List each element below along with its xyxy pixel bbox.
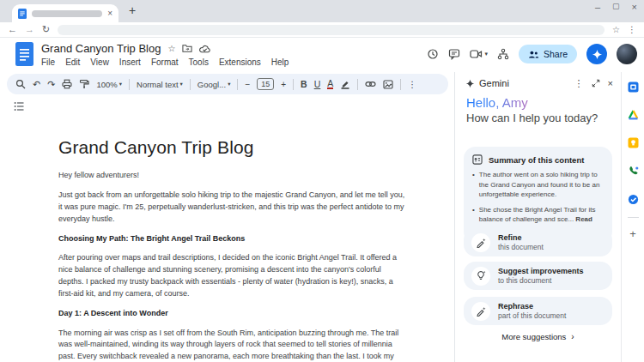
- undo-icon[interactable]: ↶: [33, 79, 40, 90]
- expand-panel-icon[interactable]: [592, 79, 600, 87]
- browser-tab-strip: × + – ▢ ×: [0, 0, 644, 22]
- more-suggestions-link[interactable]: More suggestions ›: [464, 332, 612, 341]
- chevron-down-icon: ▾: [119, 81, 122, 87]
- menu-tools[interactable]: Tools: [189, 57, 209, 67]
- pen-spark-icon: [471, 302, 490, 321]
- url-field[interactable]: [58, 25, 605, 35]
- gemini-greeting: Hello, Amy: [466, 95, 528, 110]
- font-size-decrease[interactable]: −: [245, 80, 250, 89]
- new-tab-button[interactable]: +: [129, 3, 136, 17]
- font-size-field[interactable]: 15: [257, 78, 274, 90]
- comments-icon[interactable]: [448, 48, 460, 60]
- move-folder-icon[interactable]: [182, 44, 192, 53]
- side-panel-rail: +: [621, 72, 644, 362]
- action-subtitle: this document: [498, 243, 544, 252]
- docs-logo[interactable]: [14, 40, 35, 69]
- menu-help[interactable]: Help: [271, 57, 289, 67]
- window-maximize-button[interactable]: ▢: [612, 2, 620, 12]
- doc-paragraph: The morning air was crisp as I set off f…: [58, 328, 405, 362]
- summarize-icon: [472, 154, 483, 165]
- keep-icon[interactable]: [628, 137, 639, 148]
- toolbar-divider: [357, 79, 358, 90]
- doc-paragraph: Hey fellow adventurers!: [58, 170, 405, 182]
- tasks-icon[interactable]: [628, 194, 639, 205]
- underline-button[interactable]: U: [314, 79, 321, 89]
- document-page[interactable]: Grand Canyon Trip Blog Hey fellow advent…: [58, 137, 405, 362]
- star-document-icon[interactable]: ☆: [167, 44, 175, 53]
- insert-link-icon[interactable]: [365, 80, 376, 88]
- menu-file[interactable]: File: [41, 57, 55, 67]
- print-icon[interactable]: [62, 79, 72, 89]
- tab-close-icon[interactable]: ×: [107, 9, 112, 18]
- search-icon[interactable]: [15, 79, 26, 89]
- rephrase-action-card[interactable]: Rephrase part of this document: [464, 297, 612, 325]
- calendar-icon[interactable]: [628, 81, 639, 93]
- menu-format[interactable]: Format: [151, 57, 179, 67]
- window-close-button[interactable]: ×: [632, 2, 637, 12]
- doc-subheading: Choosing My Path: The Bright Angel Trail…: [58, 233, 405, 245]
- zoom-select[interactable]: 100%▾: [96, 80, 122, 89]
- font-size-increase[interactable]: +: [281, 80, 286, 89]
- highlight-color-icon[interactable]: [340, 79, 350, 89]
- menu-extensions[interactable]: Extensions: [219, 57, 261, 67]
- summary-card-title: Summary of this content: [489, 155, 584, 165]
- pen-spark-icon: [471, 233, 490, 252]
- drive-icon[interactable]: [628, 110, 639, 120]
- browser-tab[interactable]: ×: [12, 4, 118, 22]
- gemini-spark-button[interactable]: [586, 44, 607, 64]
- text-color-button[interactable]: A: [327, 79, 333, 90]
- docs-header: Grand Canyon Trip Blog ☆ File Edit View …: [0, 38, 644, 72]
- reload-icon[interactable]: ↻: [42, 25, 50, 34]
- document-title[interactable]: Grand Canyon Trip Blog: [41, 42, 161, 55]
- document-outline-icon[interactable]: [14, 101, 24, 112]
- back-icon[interactable]: ←: [8, 25, 17, 34]
- gemini-panel: Gemini ⋮ × Hello, Amy How can I help you…: [454, 72, 621, 362]
- share-people-icon: [528, 50, 539, 59]
- menu-bar: File Edit View Insert Format Tools Exten…: [41, 57, 289, 67]
- meet-call-control[interactable]: ▾: [470, 49, 488, 59]
- action-subtitle: part of this document: [498, 311, 566, 321]
- editor-canvas[interactable]: Grand Canyon Trip Blog Hey fellow advent…: [0, 72, 453, 362]
- action-subtitle: to this document: [498, 276, 584, 286]
- menu-insert[interactable]: Insert: [119, 57, 141, 67]
- action-title: Suggest improvements: [498, 267, 584, 276]
- paint-format-icon[interactable]: [79, 79, 89, 89]
- docs-toolbar: ↶ ↷ 100%▾ Normal text▾ Googl...▾ − 15 + …: [7, 74, 448, 94]
- toolbar-divider: [293, 79, 294, 90]
- version-history-icon[interactable]: [427, 48, 439, 60]
- lightbulb-spark-icon: [471, 267, 490, 286]
- gemini-panel-title: Gemini: [479, 78, 509, 88]
- refine-action-card[interactable]: Refine this document: [464, 228, 612, 256]
- summary-bullet: • The author went on a solo hiking trip …: [472, 170, 604, 200]
- suggest-improvements-card[interactable]: Suggest improvements to this document: [464, 262, 612, 290]
- docs-favicon: [18, 9, 27, 19]
- add-addon-button[interactable]: +: [629, 228, 636, 239]
- forward-icon[interactable]: →: [25, 25, 34, 34]
- menu-view[interactable]: View: [90, 57, 109, 67]
- bookmark-star-icon[interactable]: ☆: [612, 25, 620, 34]
- menu-edit[interactable]: Edit: [65, 57, 80, 67]
- paragraph-style-select[interactable]: Normal text▾: [137, 80, 183, 89]
- browser-menu-icon[interactable]: ⋮: [628, 25, 636, 34]
- activity-tree-icon[interactable]: [497, 48, 509, 60]
- close-panel-icon[interactable]: ×: [608, 79, 613, 88]
- gemini-spark-icon: [465, 79, 475, 88]
- phone-icon[interactable]: [628, 166, 639, 177]
- doc-paragraph: After pouring over maps and trail descri…: [58, 252, 405, 300]
- tab-title-redacted: [32, 10, 102, 17]
- insert-image-icon[interactable]: [383, 80, 393, 89]
- gemini-more-icon[interactable]: ⋮: [574, 79, 584, 88]
- cloud-saved-icon[interactable]: [199, 45, 210, 53]
- window-minimize-button[interactable]: –: [595, 2, 600, 12]
- toolbar-more-icon[interactable]: ⋮: [408, 80, 416, 89]
- font-select[interactable]: Googl...▾: [197, 80, 231, 89]
- gemini-question: How can I help you today?: [466, 112, 598, 124]
- google-docs-window: × + – ▢ × ← → ↻ ☆ ⋮ Grand Canyon Trip Bl…: [0, 0, 644, 362]
- chevron-down-icon: ▾: [180, 81, 183, 87]
- share-button[interactable]: Share: [519, 45, 577, 63]
- account-avatar[interactable]: [617, 44, 637, 64]
- redo-icon[interactable]: ↷: [47, 79, 55, 90]
- rail-divider: [628, 217, 639, 218]
- bold-button[interactable]: B: [301, 79, 307, 89]
- gemini-spark-icon: [592, 49, 603, 60]
